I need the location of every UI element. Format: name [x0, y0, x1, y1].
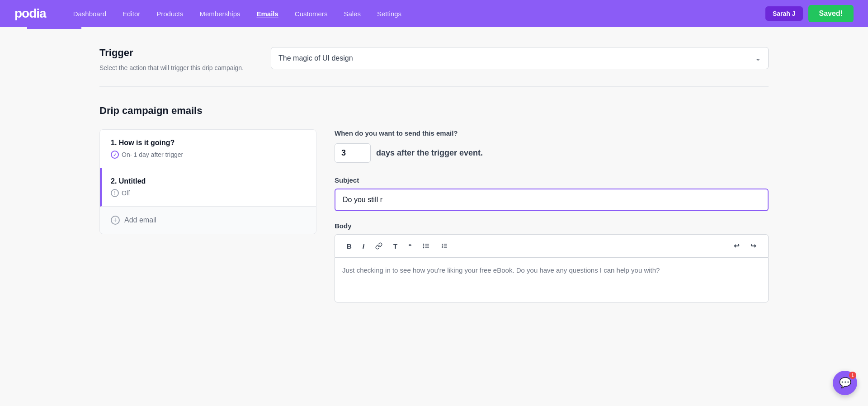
nav-settings[interactable]: Settings	[377, 10, 401, 18]
svg-point-4	[423, 245, 424, 246]
days-row: days after the trigger event.	[335, 143, 769, 163]
nav-emails[interactable]: Emails	[256, 10, 278, 18]
email-2-status: ! Off	[111, 189, 305, 197]
subject-section: Subject	[335, 176, 769, 211]
trigger-dropdown-value: The magic of UI design	[278, 54, 353, 62]
days-input[interactable]	[335, 143, 371, 163]
numbered-list-button[interactable]	[436, 240, 453, 252]
saved-badge: Saved!	[808, 5, 854, 22]
nav-customers[interactable]: Customers	[295, 10, 328, 18]
header-right: Sarah J Saved!	[765, 5, 854, 22]
send-timing: When do you want to send this email? day…	[335, 129, 769, 163]
trigger-dropdown[interactable]: The magic of UI design ⌄	[271, 47, 769, 69]
nav-editor[interactable]: Editor	[123, 10, 140, 18]
subject-label: Subject	[335, 176, 769, 184]
drip-campaign-title: Drip campaign emails	[99, 105, 769, 117]
redo-button[interactable]: ↪	[746, 239, 761, 253]
page-content: Trigger Select the action that will trig…	[72, 29, 796, 302]
nav-products[interactable]: Products	[156, 10, 183, 18]
email-2-title: 2. Untitled	[111, 177, 305, 185]
timing-question: When do you want to send this email?	[335, 129, 769, 137]
nav-sales[interactable]: Sales	[344, 10, 361, 18]
body-label: Body	[335, 222, 769, 230]
trigger-description: Select the action that will trigger this…	[99, 63, 244, 73]
body-section: Body B I T “	[335, 222, 769, 302]
header: podia Dashboard Editor Products Membersh…	[0, 0, 868, 27]
drip-campaign-section: Drip campaign emails 1. How is it going?…	[99, 87, 769, 302]
email-1-title: 1. How is it going?	[111, 139, 305, 147]
body-toolbar: B I T “ ↩	[335, 234, 769, 257]
body-editor[interactable]: Just checking in to see how you're likin…	[335, 257, 769, 302]
quote-button[interactable]: “	[404, 240, 416, 253]
days-label: days after the trigger event.	[376, 148, 483, 158]
email-item-2[interactable]: 2. Untitled ! Off	[100, 168, 316, 207]
link-button[interactable]	[371, 240, 387, 252]
trigger-title: Trigger	[99, 47, 244, 59]
italic-button[interactable]: I	[358, 240, 369, 253]
bold-button[interactable]: B	[342, 240, 356, 253]
add-email-icon: +	[111, 216, 120, 225]
main-nav: Dashboard Editor Products Memberships Em…	[73, 10, 765, 18]
svg-point-3	[423, 244, 424, 244]
email-item-1[interactable]: 1. How is it going? On· 1 day after trig…	[100, 130, 316, 168]
trigger-label: Trigger Select the action that will trig…	[99, 47, 244, 73]
info-circle-icon: !	[111, 189, 119, 197]
undo-button[interactable]: ↩	[729, 239, 744, 253]
email-list: 1. How is it going? On· 1 day after trig…	[99, 129, 316, 234]
subject-input[interactable]	[335, 189, 769, 211]
svg-point-5	[423, 247, 424, 248]
dropdown-arrow-icon: ⌄	[755, 54, 761, 62]
logo[interactable]: podia	[14, 6, 46, 21]
check-circle-icon	[111, 151, 119, 159]
user-avatar[interactable]: Sarah J	[765, 6, 803, 21]
email-editor: When do you want to send this email? day…	[335, 129, 769, 302]
email-1-status: On· 1 day after trigger	[111, 151, 305, 159]
nav-memberships[interactable]: Memberships	[199, 10, 240, 18]
bullet-list-button[interactable]	[418, 240, 434, 252]
drip-layout: 1. How is it going? On· 1 day after trig…	[99, 129, 769, 302]
nav-dashboard[interactable]: Dashboard	[73, 10, 106, 18]
add-email-button[interactable]: + Add email	[100, 207, 316, 234]
trigger-section: Trigger Select the action that will trig…	[99, 29, 769, 87]
text-button[interactable]: T	[389, 240, 402, 253]
